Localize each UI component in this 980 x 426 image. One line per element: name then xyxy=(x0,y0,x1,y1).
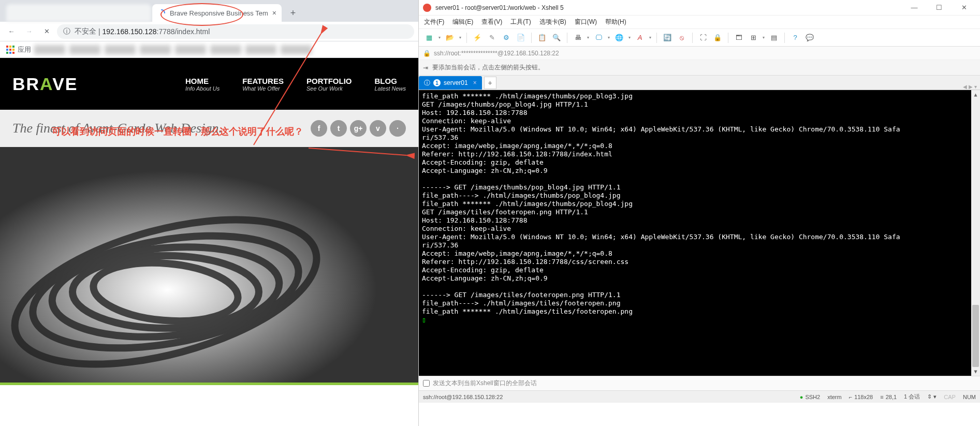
nav-features[interactable]: FEATURESWhat We Offer xyxy=(242,77,284,92)
session-hint-bar: ⇥ 要添加当前会话，点击左侧的箭头按钮。 xyxy=(419,60,980,76)
apps-label: 应用 xyxy=(18,45,31,54)
status-sessions: 1 会话 xyxy=(904,393,920,401)
fullscreen-icon[interactable]: ⛶ xyxy=(697,32,709,44)
social-icons: f t g+ v · xyxy=(311,120,406,137)
status-dot-icon: ● xyxy=(800,394,803,400)
status-connection: ssh://root@192.168.150.128:22 xyxy=(423,394,793,400)
tile-icon[interactable]: ⊞ xyxy=(747,32,759,44)
chat-icon[interactable]: 💬 xyxy=(803,32,816,44)
arrange-icon[interactable]: ▤ xyxy=(768,32,780,44)
send-to-all-bar: 发送文本到当前Xshell窗口的全部会话 xyxy=(419,376,980,390)
status-cap: CAP xyxy=(944,394,956,400)
find-icon[interactable]: 🔍 xyxy=(550,32,563,44)
xshell-app-icon xyxy=(423,4,431,12)
back-button[interactable]: ← xyxy=(4,24,19,39)
xshell-title: server01 - root@server01:/work/web - Xsh… xyxy=(435,4,564,11)
status-num: NUM xyxy=(963,394,976,400)
xshell-toolbar: ▦▾ 📂▾ ⚡ ✎ ⚙ 📄 📋 🔍 🖶▾ 🖵▾ 🌐▾ A▾ 🔄 ⦸ ⛶ 🔒 🗔 … xyxy=(419,29,980,47)
twitter-icon[interactable]: t xyxy=(330,120,347,137)
refresh-icon[interactable]: 🔄 xyxy=(661,32,674,44)
send-placeholder: 发送文本到当前Xshell窗口的全部会话 xyxy=(433,379,537,388)
open-icon[interactable]: 📂 xyxy=(444,32,456,44)
properties-icon[interactable]: ⚙ xyxy=(500,32,513,44)
new-session-icon[interactable]: ▦ xyxy=(423,32,435,44)
site-nav: HOMEInfo About Us FEATURESWhat We Offer … xyxy=(185,77,406,92)
stop-log-icon[interactable]: ⦸ xyxy=(676,32,688,44)
menu-help[interactable]: 帮助(H) xyxy=(605,18,626,26)
screen-icon[interactable]: 🖵 xyxy=(592,32,605,44)
googleplus-icon[interactable]: g+ xyxy=(350,120,367,137)
scroll-down-icon[interactable]: ▼ xyxy=(971,367,980,376)
url-input[interactable]: ⓘ 不安全 | 192.168.150.128 :7788/index.html xyxy=(57,24,414,39)
scroll-thumb[interactable] xyxy=(972,305,979,367)
help-icon[interactable]: ? xyxy=(789,32,801,44)
annotation-text: 可以看到访问页面的时候一直转圈，那么这个说明了什么呢？ xyxy=(52,125,303,138)
nav-blog[interactable]: BLOGLatest News xyxy=(374,77,406,92)
bookmarks-bar: 应用 xyxy=(0,41,418,58)
nav-portfolio[interactable]: PORTFOLIOSee Our Work xyxy=(306,77,352,92)
scroll-up-icon[interactable]: ▲ xyxy=(971,90,980,99)
cascade-icon[interactable]: 🗔 xyxy=(733,32,745,44)
font-icon[interactable]: A xyxy=(634,32,646,44)
xshell-statusbar: ssh://root@192.168.150.128:22 ●SSH2 xter… xyxy=(419,390,980,403)
browser-tab-inactive[interactable] xyxy=(6,4,151,22)
minimize-button[interactable]: — xyxy=(902,1,926,15)
copy-session-icon[interactable]: 📄 xyxy=(515,32,527,44)
stop-button[interactable]: ✕ xyxy=(39,24,54,39)
menu-edit[interactable]: 编辑(E) xyxy=(452,18,473,26)
browser-address-bar: ← → ✕ ⓘ 不安全 | 192.168.150.128 :7788/inde… xyxy=(0,22,418,41)
hero-accent-line xyxy=(0,383,418,385)
lock-icon[interactable]: 🔒 xyxy=(711,32,724,44)
loading-spinner-icon xyxy=(157,9,166,17)
forward-button[interactable]: → xyxy=(22,24,36,39)
ssh-address-bar: 🔒 ssh://root:***************@192.168.150… xyxy=(419,47,980,60)
site-header: BRAVE HOMEInfo About Us FEATURESWhat We … xyxy=(0,58,418,110)
session-close-icon[interactable]: × xyxy=(473,79,477,86)
browser-tab-active[interactable]: Brave Responsive Business Tem × xyxy=(152,4,282,22)
more-icon[interactable]: · xyxy=(389,120,406,137)
reconnect-icon[interactable]: ⚡ xyxy=(471,32,484,44)
close-button[interactable]: ✕ xyxy=(952,1,976,15)
menu-file[interactable]: 文件(F) xyxy=(424,18,444,26)
nav-home[interactable]: HOMEInfo About Us xyxy=(185,77,220,92)
facebook-icon[interactable]: f xyxy=(311,120,327,137)
site-logo[interactable]: BRAVE xyxy=(12,74,78,94)
site-info-icon[interactable]: ⓘ xyxy=(63,27,70,36)
terminal-output[interactable]: file_path ******* ./html/images/thumbs/p… xyxy=(419,90,980,376)
new-session-tab-button[interactable]: + xyxy=(484,77,496,89)
globe-icon[interactable]: 🌐 xyxy=(613,32,625,44)
add-session-icon[interactable]: ⇥ xyxy=(423,64,428,71)
url-rest: :7788/index.html xyxy=(157,27,210,36)
xshell-window: server01 - root@server01:/work/web - Xsh… xyxy=(418,0,980,426)
hero-image xyxy=(0,147,418,385)
tab-scroll-arrows[interactable]: ◀ ▶ ▾ xyxy=(963,84,980,90)
session-tabs: ⓘ 1 server01 × + ◀ ▶ ▾ xyxy=(419,76,980,90)
vimeo-icon[interactable]: v xyxy=(370,120,386,137)
disconnect-icon[interactable]: ✎ xyxy=(486,32,498,44)
session-tab-active[interactable]: ⓘ 1 server01 × xyxy=(419,76,482,90)
status-term: xterm xyxy=(827,394,842,400)
ssh-url[interactable]: ssh://root:***************@192.168.150.1… xyxy=(434,50,559,57)
tab-close-icon[interactable]: × xyxy=(272,9,276,17)
status-sess-nav-icon[interactable]: ⇕ ▾ xyxy=(927,393,937,400)
print-icon[interactable]: 🖶 xyxy=(572,32,584,44)
copy-icon[interactable]: 📋 xyxy=(536,32,548,44)
bookmarks-blurred xyxy=(34,45,412,54)
terminal-scrollbar[interactable]: ▲ ▼ xyxy=(971,90,980,376)
maximize-button[interactable]: ☐ xyxy=(927,1,951,15)
menu-tools[interactable]: 工具(T) xyxy=(510,18,531,26)
menu-view[interactable]: 查看(V) xyxy=(481,18,502,26)
terminal-cursor: ▯ xyxy=(422,316,426,324)
menu-window[interactable]: 窗口(W) xyxy=(575,18,597,26)
menu-tabs[interactable]: 选项卡(B) xyxy=(539,18,566,26)
apps-icon xyxy=(6,46,14,54)
session-number: 1 xyxy=(433,79,441,86)
apps-button[interactable]: 应用 xyxy=(6,45,31,54)
xshell-titlebar[interactable]: server01 - root@server01:/work/web - Xsh… xyxy=(419,0,980,16)
send-all-checkbox[interactable] xyxy=(423,380,430,387)
webpage-content: BRAVE HOMEInfo About Us FEATURESWhat We … xyxy=(0,58,418,426)
hint-text: 要添加当前会话，点击左侧的箭头按钮。 xyxy=(432,63,544,72)
browser-window: Brave Responsive Business Tem × + ← → ✕ … xyxy=(0,0,418,426)
new-tab-button[interactable]: + xyxy=(286,6,300,20)
session-name: server01 xyxy=(444,79,468,86)
